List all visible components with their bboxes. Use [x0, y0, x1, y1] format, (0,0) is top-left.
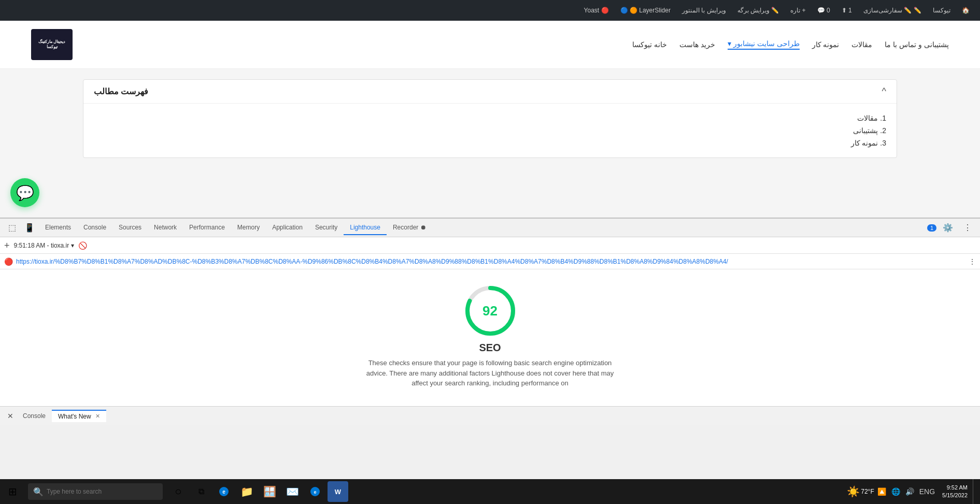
wp-edit-post[interactable]: ✏️ ویرایش برگه: [733, 5, 784, 16]
search-icon: 🔍: [33, 487, 44, 497]
wp-logo[interactable]: 🏠: [958, 5, 974, 16]
tab-network[interactable]: Network: [148, 221, 183, 235]
wp-admin-bar: 🏠 تیوکسا ✏️ ✏️ سفارشی‌سازی 1 ⬆ 0 💬 + تار…: [0, 0, 980, 21]
score-description: These checks ensure that your page is fo…: [366, 358, 615, 388]
svg-text:e: e: [314, 489, 316, 495]
taskbar: ⊞ 🔍 ○ ⧉ e 📁 🪟 ✉️ e W ☀️ 72°F 🔼 🌐 🔊 ENG 9…: [0, 479, 980, 504]
devtools-url: https://tioxa.ir/%D8%B7%D8%B1%D8%A7%D8%A…: [16, 258, 965, 265]
toc-item-2: 2. پشتیبانی: [94, 124, 886, 137]
nav-link-articles[interactable]: مقالات: [851, 40, 872, 49]
taskbar-search-input[interactable]: [47, 488, 158, 495]
start-button[interactable]: ⊞: [0, 479, 25, 504]
whatsnew-close-icon[interactable]: ✕: [95, 413, 100, 420]
tab-sources[interactable]: Sources: [112, 221, 148, 235]
toc-title: فهرست مطالب: [94, 87, 148, 96]
tab-recorder[interactable]: Recorder ⏺: [387, 221, 433, 235]
nav-link-home[interactable]: خانه تیوکسا: [632, 40, 667, 49]
devtools-right-controls: 1 ⚙️ ⋮: [927, 220, 976, 236]
devtools-panel: ⬚ 📱 Elements Console Sources Network Per…: [0, 218, 980, 425]
wp-updates[interactable]: 1 ⬆: [837, 5, 856, 16]
devtools-badge: 1: [927, 224, 936, 232]
score-number: 92: [482, 303, 498, 319]
wp-elementor[interactable]: ویرایش با المنتور: [678, 5, 730, 16]
devtools-device-btn[interactable]: 📱: [20, 220, 39, 236]
nav-link-portfolio[interactable]: نمونه کار: [812, 40, 840, 49]
devtools-tabs-bar: ⬚ 📱 Elements Console Sources Network Per…: [0, 219, 980, 237]
devtools-more-btn[interactable]: ⋮: [959, 220, 976, 236]
tab-elements[interactable]: Elements: [39, 221, 77, 235]
tray-lang-icon[interactable]: ENG: [917, 486, 937, 497]
nav-link-contact[interactable]: پشتیبانی و تماس با ما: [885, 40, 949, 49]
tray-chevron-icon[interactable]: 🔼: [875, 486, 888, 497]
whatsapp-float-button[interactable]: 💬: [10, 178, 39, 207]
tab-console[interactable]: Console: [77, 221, 112, 235]
tab-memory[interactable]: Memory: [231, 221, 266, 235]
bottom-tab-whatsnew[interactable]: What's New ✕: [52, 410, 106, 422]
toc-list: 1. مقالات 2. پشتیبانی 3. نمونه کار: [83, 104, 897, 157]
devtools-timestamp: 9:51:18 AM - tioxa.ir ▾: [14, 242, 75, 249]
task-view-icon[interactable]: ⧉: [191, 481, 211, 502]
edge-browser-taskbar-icon[interactable]: e: [214, 481, 234, 502]
devtools-inspect-btn[interactable]: ⬚: [4, 220, 20, 236]
tray-network-icon[interactable]: 🌐: [889, 486, 902, 497]
nav-links: پشتیبانی و تماس با ما مقالات نمونه کار ط…: [632, 39, 949, 50]
taskbar-app-icons: ○ ⧉ e 📁 🪟 ✉️ e W: [166, 481, 350, 502]
toc-box: ^ فهرست مطالب 1. مقالات 2. پشتیبانی 3. ن…: [83, 79, 897, 158]
devtools-url-row: 🔴 https://tioxa.ir/%D8%B7%D8%B1%D8%A7%D8…: [0, 254, 980, 269]
nav-link-nishapur[interactable]: طراحی سایت نیشابور ▾: [728, 39, 800, 50]
wp-site-name[interactable]: تیوکسا: [929, 5, 955, 16]
tab-lighthouse[interactable]: Lighthouse: [344, 221, 387, 235]
lighthouse-panel-content: 92 SEO These checks ensure that your pag…: [0, 269, 980, 406]
tab-application[interactable]: Application: [266, 221, 309, 235]
toc-toggle-button[interactable]: ^: [882, 86, 886, 97]
score-container: 92 SEO These checks ensure that your pag…: [366, 285, 615, 388]
logo-image: دیجیتال مارکتینگتیوکسا: [31, 29, 73, 60]
show-desktop-button[interactable]: [973, 479, 976, 504]
clock-time: 9:52 AM: [942, 484, 968, 492]
bottom-panel: ✕ Console What's New ✕: [0, 406, 980, 425]
file-explorer-taskbar-icon[interactable]: 📁: [236, 481, 257, 502]
wp-layerslider[interactable]: LayerSlider 🟠 🔵: [616, 5, 675, 16]
wp-yoast[interactable]: 🔴 Yoast: [580, 5, 613, 16]
clock-date: 5/15/2022: [942, 492, 968, 499]
devtools-settings-btn[interactable]: ⚙️: [939, 220, 957, 236]
weather-temp: 72°F: [861, 488, 874, 495]
bottom-panel-close-icon[interactable]: ✕: [4, 410, 17, 422]
toc-item-1: 1. مقالات: [94, 112, 886, 124]
toc-item-3: 3. نمونه کار: [94, 137, 886, 149]
windows-store-taskbar-icon[interactable]: 🪟: [259, 481, 280, 502]
system-tray: ☀️ 72°F 🔼 🌐 🔊 ENG 9:52 AM 5/15/2022: [843, 479, 980, 504]
taskbar-search-box[interactable]: 🔍: [28, 483, 163, 500]
nav-link-hosting[interactable]: خرید هاست: [679, 40, 715, 49]
devtools-timestamp-bar: + 9:51:18 AM - tioxa.ir ▾ 🚫: [0, 237, 980, 254]
edge-taskbar-icon2[interactable]: e: [305, 481, 325, 502]
svg-text:e: e: [222, 489, 225, 495]
toc-header: ^ فهرست مطالب: [83, 80, 897, 104]
url-more-btn[interactable]: ⋮: [969, 257, 976, 266]
weather-sun-icon: ☀️: [847, 485, 860, 498]
taskbar-clock[interactable]: 9:52 AM 5/15/2022: [938, 484, 972, 500]
bottom-tab-console[interactable]: Console: [17, 410, 52, 422]
wp-customize[interactable]: ✏️ ✏️ سفارشی‌سازی: [859, 5, 926, 16]
website-content: پشتیبانی و تماس با ما مقالات نمونه کار ط…: [0, 21, 980, 218]
score-label: SEO: [479, 342, 501, 354]
tab-security[interactable]: Security: [309, 221, 344, 235]
tab-performance[interactable]: Performance: [183, 221, 231, 235]
tray-volume-icon[interactable]: 🔊: [903, 486, 916, 497]
mail-taskbar-icon[interactable]: ✉️: [282, 481, 303, 502]
wp-comments[interactable]: 0 💬: [813, 5, 834, 16]
security-warning-icon: 🔴: [4, 257, 13, 266]
cortana-icon[interactable]: ○: [168, 481, 189, 502]
devtools-block-icon[interactable]: 🚫: [78, 241, 87, 250]
word-taskbar-icon[interactable]: W: [328, 481, 348, 502]
add-session-btn[interactable]: +: [4, 241, 10, 250]
wp-new[interactable]: + تاره: [786, 5, 809, 16]
seo-score-circle: 92: [464, 285, 516, 337]
site-logo: دیجیتال مارکتینگتیوکسا: [31, 29, 73, 60]
site-nav: پشتیبانی و تماس با ما مقالات نمونه کار ط…: [0, 21, 980, 69]
